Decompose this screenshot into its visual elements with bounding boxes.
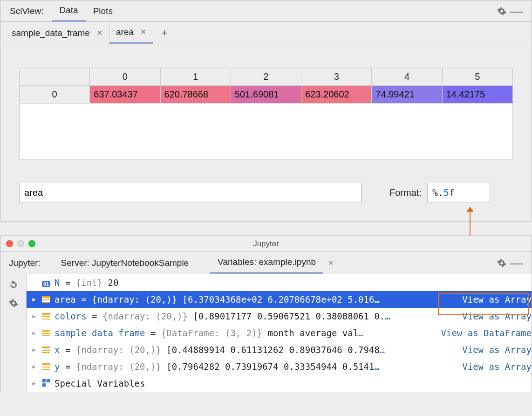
jupyter-panel: Jupyter Jupyter: Server: JupyterNotebook… [0,236,532,392]
variables-list: 01 N = {int} 20 ▶ area = {ndarray: (20,)… [27,274,532,392]
var-type: {int} [76,277,102,288]
gear-icon[interactable] [9,298,18,308]
variable-row-sample-data-frame[interactable]: ▶ sample_data_frame = {DataFrame: (3, 2)… [27,325,532,341]
ndarray-icon [41,328,52,338]
gutter [0,274,27,392]
int-icon: 01 [41,277,52,288]
tab-data[interactable]: Data [52,0,86,22]
gear-icon[interactable] [497,7,506,16]
format-post: f [449,187,455,198]
var-name: sample_data_frame [55,328,145,338]
var-type: {ndarray: (20,)} [76,361,161,372]
gear-icon[interactable] [497,258,506,268]
col-header[interactable]: 0 [90,68,160,86]
close-icon[interactable]: ✕ [96,28,102,37]
minimize-icon[interactable]: — [506,256,527,270]
var-name: colors [55,311,87,321]
var-value: [6.37034368e+02 6.20786678e+02 5.016 [183,294,375,305]
row-header[interactable]: 0 [20,86,90,104]
cell[interactable]: 501.69081 [231,86,301,104]
variable-row-colors[interactable]: ▶ colors = {ndarray: (20,)} [0.89017177 … [27,308,532,325]
var-type: {DataFrame: (3, 2)} [161,328,262,338]
refresh-icon[interactable] [8,280,19,290]
col-header[interactable]: 4 [372,68,442,86]
format-mid: 5 [443,187,449,198]
format-pre: %. [432,187,443,198]
col-header[interactable]: 2 [231,68,301,86]
cell[interactable]: 620.78668 [160,86,231,104]
var-label: Special Variables [55,378,145,388]
minimize-window-button[interactable] [17,240,24,247]
close-icon[interactable]: ✕ [328,259,334,267]
format-input[interactable]: %.5f [427,183,490,202]
var-value: [0.89017177 0.59067521 0.38088061 0. [193,311,385,321]
cell[interactable]: 623.20602 [301,86,372,104]
tab-plots[interactable]: Plots [86,1,120,21]
expand-icon[interactable]: ▶ [30,313,38,319]
var-name: N [55,277,60,288]
tab-server[interactable]: Server: JupyterNotebookSample [54,253,197,273]
expand-icon[interactable]: ▶ [30,380,38,387]
grid-empty-area [19,104,513,159]
ndarray-icon [41,345,52,355]
variable-row-area[interactable]: ▶ area = {ndarray: (20,)} [6.37034368e+0… [27,291,532,308]
view-as-array-link[interactable]: View as Array [462,294,532,305]
var-type: {ndarray: (20,)} [92,294,177,305]
tab-variables[interactable]: Variables: example.ipynb [210,252,323,274]
var-name: y [55,361,60,372]
var-type: {ndarray: (20,)} [102,311,188,321]
bottom-controls: Format: %.5f [0,169,532,221]
view-as-dataframe-link[interactable]: View as DataFrame [441,328,532,338]
var-value: [0.7964282 0.73919674 0.33354944 0.5141 [166,361,374,372]
traffic-lights [6,240,35,247]
expand-icon[interactable]: ▶ [30,347,38,353]
variable-row-n[interactable]: 01 N = {int} 20 [27,274,532,291]
cell[interactable]: 14.42175 [442,86,512,104]
sciview-header: SciView: Data Plots — [0,0,532,22]
variable-row-x[interactable]: ▶ x = {ndarray: (20,)} [0.44889914 0.611… [27,341,532,358]
file-tab-sample-data-frame[interactable]: sample_data_frame ✕ [5,22,109,44]
window-title: Jupyter [253,239,279,249]
jupyter-label: Jupyter: [9,258,41,268]
window-titlebar: Jupyter [0,236,532,252]
col-header[interactable]: 1 [160,68,231,86]
cell[interactable]: 637.03437 [90,86,160,104]
add-tab-button[interactable]: + [153,27,176,39]
expand-icon[interactable]: ▶ [30,330,38,336]
corner-cell [20,68,90,86]
var-value: [0.44889914 0.61131262 0.89037646 0.7948 [166,345,380,355]
jupyter-body: 01 N = {int} 20 ▶ area = {ndarray: (20,)… [0,274,532,392]
var-name: x [55,345,60,355]
array-table[interactable]: 0 1 2 3 4 5 0 637.03437 620.78668 501.69… [19,68,513,104]
col-header[interactable]: 3 [301,68,372,86]
expand-icon[interactable]: ▶ [30,363,38,370]
sciview-panel: SciView: Data Plots — sample_data_frame … [0,0,532,222]
jupyter-header: Jupyter: Server: JupyterNotebookSample V… [0,252,532,274]
sciview-label: SciView: [10,6,44,16]
variable-row-y[interactable]: ▶ y = {ndarray: (20,)} [0.7964282 0.7391… [27,358,532,375]
var-value: 20 [108,277,118,288]
file-tabs: sample_data_frame ✕ area ✕ + [0,22,532,44]
cell[interactable]: 74.99421 [372,86,442,104]
ndarray-icon [41,311,52,321]
variable-row-special[interactable]: ▶ Special Variables [27,375,532,392]
view-as-array-link[interactable]: View as Array [462,345,532,355]
col-header[interactable]: 5 [442,68,512,86]
ndarray-icon [41,294,52,305]
close-icon[interactable]: ✕ [140,28,146,36]
ndarray-icon [41,361,52,372]
expression-input[interactable] [19,183,361,202]
special-vars-icon [41,378,52,388]
expand-icon[interactable]: ▶ [30,296,38,303]
view-as-array-link[interactable]: View as Array [462,361,532,372]
var-type: {ndarray: (20,)} [76,345,161,355]
close-window-button[interactable] [6,240,13,247]
file-tab-label: area [116,27,134,37]
minimize-icon[interactable]: — [506,4,527,19]
zoom-window-button[interactable] [28,240,35,247]
format-label: Format: [389,187,422,198]
data-grid: 0 1 2 3 4 5 0 637.03437 620.78668 501.69… [0,44,532,169]
file-tab-area[interactable]: area ✕ [109,22,153,44]
tab-variables-label: Variables: example.ipynb [218,257,316,267]
view-as-array-link[interactable]: View as Array [462,311,532,321]
